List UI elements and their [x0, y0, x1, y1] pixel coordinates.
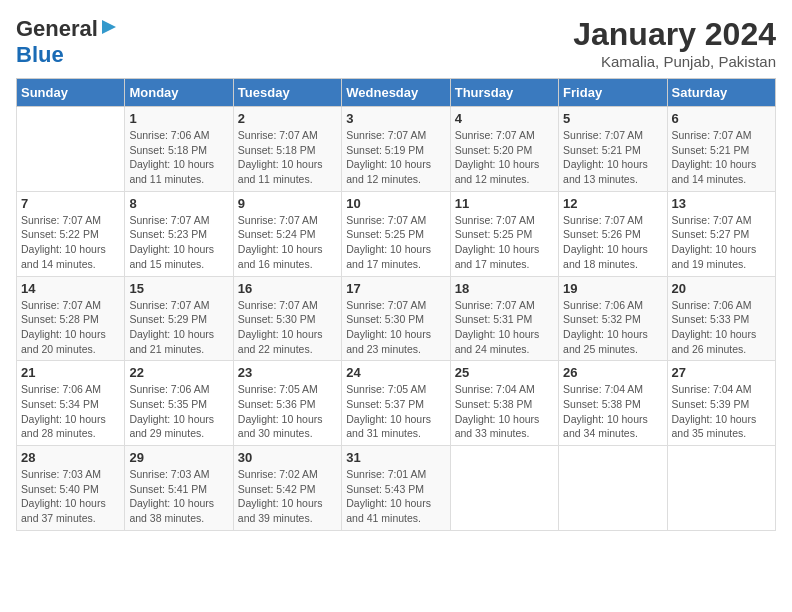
calendar-cell: 27Sunrise: 7:04 AMSunset: 5:39 PMDayligh… [667, 361, 775, 446]
day-info: Sunrise: 7:03 AMSunset: 5:41 PMDaylight:… [129, 467, 228, 526]
calendar-cell: 2Sunrise: 7:07 AMSunset: 5:18 PMDaylight… [233, 107, 341, 192]
calendar-cell: 9Sunrise: 7:07 AMSunset: 5:24 PMDaylight… [233, 191, 341, 276]
day-number: 19 [563, 281, 662, 296]
day-number: 7 [21, 196, 120, 211]
col-saturday: Saturday [667, 79, 775, 107]
day-number: 6 [672, 111, 771, 126]
day-info: Sunrise: 7:06 AMSunset: 5:35 PMDaylight:… [129, 382, 228, 441]
day-number: 23 [238, 365, 337, 380]
calendar-week-5: 28Sunrise: 7:03 AMSunset: 5:40 PMDayligh… [17, 446, 776, 531]
day-info: Sunrise: 7:03 AMSunset: 5:40 PMDaylight:… [21, 467, 120, 526]
day-info: Sunrise: 7:07 AMSunset: 5:24 PMDaylight:… [238, 213, 337, 272]
col-friday: Friday [559, 79, 667, 107]
col-monday: Monday [125, 79, 233, 107]
calendar-cell: 8Sunrise: 7:07 AMSunset: 5:23 PMDaylight… [125, 191, 233, 276]
day-number: 11 [455, 196, 554, 211]
day-info: Sunrise: 7:07 AMSunset: 5:30 PMDaylight:… [346, 298, 445, 357]
calendar-cell: 29Sunrise: 7:03 AMSunset: 5:41 PMDayligh… [125, 446, 233, 531]
day-info: Sunrise: 7:06 AMSunset: 5:18 PMDaylight:… [129, 128, 228, 187]
col-wednesday: Wednesday [342, 79, 450, 107]
day-number: 12 [563, 196, 662, 211]
day-number: 26 [563, 365, 662, 380]
day-number: 2 [238, 111, 337, 126]
day-number: 9 [238, 196, 337, 211]
calendar-cell: 20Sunrise: 7:06 AMSunset: 5:33 PMDayligh… [667, 276, 775, 361]
day-number: 21 [21, 365, 120, 380]
calendar-cell: 3Sunrise: 7:07 AMSunset: 5:19 PMDaylight… [342, 107, 450, 192]
day-info: Sunrise: 7:02 AMSunset: 5:42 PMDaylight:… [238, 467, 337, 526]
page-subtitle: Kamalia, Punjab, Pakistan [573, 53, 776, 70]
logo: General Blue [16, 16, 118, 68]
calendar-cell: 6Sunrise: 7:07 AMSunset: 5:21 PMDaylight… [667, 107, 775, 192]
calendar-cell: 28Sunrise: 7:03 AMSunset: 5:40 PMDayligh… [17, 446, 125, 531]
col-tuesday: Tuesday [233, 79, 341, 107]
day-info: Sunrise: 7:06 AMSunset: 5:34 PMDaylight:… [21, 382, 120, 441]
calendar-cell: 1Sunrise: 7:06 AMSunset: 5:18 PMDaylight… [125, 107, 233, 192]
day-info: Sunrise: 7:07 AMSunset: 5:30 PMDaylight:… [238, 298, 337, 357]
day-info: Sunrise: 7:07 AMSunset: 5:21 PMDaylight:… [672, 128, 771, 187]
day-info: Sunrise: 7:07 AMSunset: 5:29 PMDaylight:… [129, 298, 228, 357]
page-title: January 2024 [573, 16, 776, 53]
logo-blue: Blue [16, 42, 64, 67]
calendar-cell: 30Sunrise: 7:02 AMSunset: 5:42 PMDayligh… [233, 446, 341, 531]
calendar-cell: 24Sunrise: 7:05 AMSunset: 5:37 PMDayligh… [342, 361, 450, 446]
calendar-week-1: 1Sunrise: 7:06 AMSunset: 5:18 PMDaylight… [17, 107, 776, 192]
day-info: Sunrise: 7:07 AMSunset: 5:27 PMDaylight:… [672, 213, 771, 272]
day-number: 14 [21, 281, 120, 296]
calendar-cell: 31Sunrise: 7:01 AMSunset: 5:43 PMDayligh… [342, 446, 450, 531]
calendar-cell: 19Sunrise: 7:06 AMSunset: 5:32 PMDayligh… [559, 276, 667, 361]
calendar-cell: 14Sunrise: 7:07 AMSunset: 5:28 PMDayligh… [17, 276, 125, 361]
day-info: Sunrise: 7:07 AMSunset: 5:31 PMDaylight:… [455, 298, 554, 357]
day-number: 4 [455, 111, 554, 126]
day-number: 8 [129, 196, 228, 211]
logo-arrow-icon [100, 18, 118, 40]
calendar-cell: 10Sunrise: 7:07 AMSunset: 5:25 PMDayligh… [342, 191, 450, 276]
calendar-week-4: 21Sunrise: 7:06 AMSunset: 5:34 PMDayligh… [17, 361, 776, 446]
day-info: Sunrise: 7:07 AMSunset: 5:23 PMDaylight:… [129, 213, 228, 272]
calendar-cell: 23Sunrise: 7:05 AMSunset: 5:36 PMDayligh… [233, 361, 341, 446]
day-number: 31 [346, 450, 445, 465]
calendar-week-3: 14Sunrise: 7:07 AMSunset: 5:28 PMDayligh… [17, 276, 776, 361]
header: General Blue January 2024 Kamalia, Punja… [16, 16, 776, 70]
calendar-cell: 12Sunrise: 7:07 AMSunset: 5:26 PMDayligh… [559, 191, 667, 276]
calendar-cell: 22Sunrise: 7:06 AMSunset: 5:35 PMDayligh… [125, 361, 233, 446]
calendar-cell [667, 446, 775, 531]
day-number: 25 [455, 365, 554, 380]
day-info: Sunrise: 7:04 AMSunset: 5:38 PMDaylight:… [563, 382, 662, 441]
calendar-table: Sunday Monday Tuesday Wednesday Thursday… [16, 78, 776, 531]
calendar-cell: 25Sunrise: 7:04 AMSunset: 5:38 PMDayligh… [450, 361, 558, 446]
day-number: 20 [672, 281, 771, 296]
day-number: 5 [563, 111, 662, 126]
day-number: 28 [21, 450, 120, 465]
day-number: 13 [672, 196, 771, 211]
calendar-cell: 7Sunrise: 7:07 AMSunset: 5:22 PMDaylight… [17, 191, 125, 276]
day-number: 16 [238, 281, 337, 296]
day-number: 17 [346, 281, 445, 296]
calendar-cell: 15Sunrise: 7:07 AMSunset: 5:29 PMDayligh… [125, 276, 233, 361]
day-number: 15 [129, 281, 228, 296]
calendar-cell: 21Sunrise: 7:06 AMSunset: 5:34 PMDayligh… [17, 361, 125, 446]
day-info: Sunrise: 7:07 AMSunset: 5:26 PMDaylight:… [563, 213, 662, 272]
day-info: Sunrise: 7:07 AMSunset: 5:18 PMDaylight:… [238, 128, 337, 187]
col-sunday: Sunday [17, 79, 125, 107]
calendar-cell [559, 446, 667, 531]
day-info: Sunrise: 7:01 AMSunset: 5:43 PMDaylight:… [346, 467, 445, 526]
day-number: 29 [129, 450, 228, 465]
day-info: Sunrise: 7:04 AMSunset: 5:39 PMDaylight:… [672, 382, 771, 441]
day-info: Sunrise: 7:04 AMSunset: 5:38 PMDaylight:… [455, 382, 554, 441]
day-info: Sunrise: 7:07 AMSunset: 5:25 PMDaylight:… [346, 213, 445, 272]
day-number: 24 [346, 365, 445, 380]
calendar-cell: 16Sunrise: 7:07 AMSunset: 5:30 PMDayligh… [233, 276, 341, 361]
calendar-cell: 4Sunrise: 7:07 AMSunset: 5:20 PMDaylight… [450, 107, 558, 192]
day-info: Sunrise: 7:07 AMSunset: 5:19 PMDaylight:… [346, 128, 445, 187]
day-info: Sunrise: 7:07 AMSunset: 5:28 PMDaylight:… [21, 298, 120, 357]
calendar-cell: 18Sunrise: 7:07 AMSunset: 5:31 PMDayligh… [450, 276, 558, 361]
day-number: 10 [346, 196, 445, 211]
day-info: Sunrise: 7:07 AMSunset: 5:22 PMDaylight:… [21, 213, 120, 272]
calendar-cell [17, 107, 125, 192]
col-thursday: Thursday [450, 79, 558, 107]
header-row: Sunday Monday Tuesday Wednesday Thursday… [17, 79, 776, 107]
day-info: Sunrise: 7:06 AMSunset: 5:32 PMDaylight:… [563, 298, 662, 357]
day-info: Sunrise: 7:05 AMSunset: 5:37 PMDaylight:… [346, 382, 445, 441]
day-number: 22 [129, 365, 228, 380]
